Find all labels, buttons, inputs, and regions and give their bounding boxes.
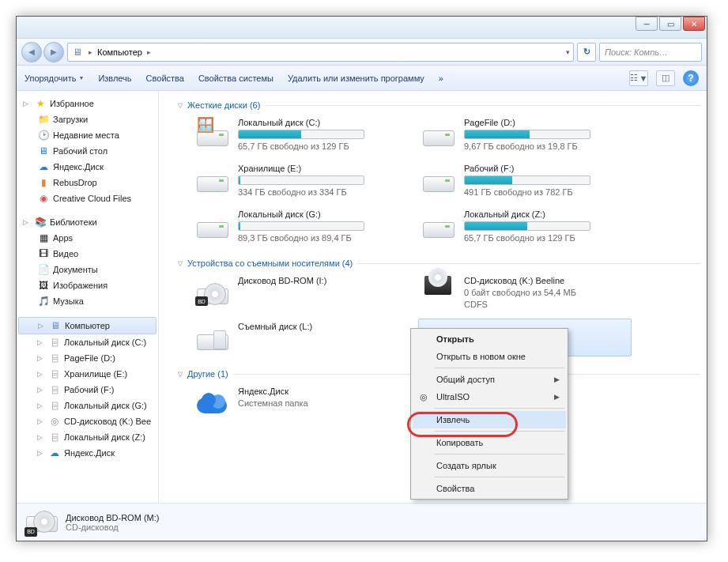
sidebar-item-documents[interactable]: 📄Документы xyxy=(17,262,158,277)
search-input[interactable]: Поиск: Компь… xyxy=(599,43,702,62)
drive-l[interactable]: Съемный диск (L:) xyxy=(192,319,405,356)
address-bar[interactable]: 🖥 ▸ Компьютер ▸ ▾ xyxy=(67,43,574,62)
drive-yadisk[interactable]: Яндекс.ДискСистемная папка xyxy=(192,383,405,420)
computer-icon: 🖥 xyxy=(49,319,62,332)
sidebar-item-pictures[interactable]: 🖼Изображения xyxy=(17,277,158,293)
ctx-open-new[interactable]: Открыть в новом окне xyxy=(413,348,566,365)
bd-badge-icon: BD xyxy=(195,296,208,306)
desktop-icon: 🖥 xyxy=(37,145,50,157)
status-bar: BD Дисковод BD-ROM (M:) CD-дисковод xyxy=(17,503,707,541)
nav-row: ◄ ► 🖥 ▸ Компьютер ▸ ▾ ↻ Поиск: Компь… xyxy=(17,39,707,66)
picture-icon: 🖼 xyxy=(37,279,50,292)
collapse-icon: ▽ xyxy=(178,371,183,378)
apps-icon: ▦ xyxy=(37,232,50,244)
cloud-icon: ☁ xyxy=(37,160,50,173)
breadcrumb[interactable]: Компьютер xyxy=(97,47,142,57)
sidebar-item-video[interactable]: 🎞Видео xyxy=(17,246,158,262)
status-drive-icon: BD xyxy=(25,508,56,537)
sidebar-drive-e[interactable]: ▷⌸Хранилище (E:) xyxy=(17,366,158,382)
drive-i[interactable]: BD Дисковод BD-ROM (I:) xyxy=(192,273,405,312)
drive-icon: ⌸ xyxy=(48,368,61,380)
video-icon: 🎞 xyxy=(37,247,50,260)
ctx-copy[interactable]: Копировать xyxy=(413,434,566,451)
drive-z[interactable]: Локальный диск (Z:)65,7 ГБ свободно из 1… xyxy=(418,206,632,246)
ctx-eject[interactable]: Извлечь xyxy=(413,411,566,428)
sidebar-item-recent[interactable]: 🕑Недавние места xyxy=(17,127,158,143)
ctx-ultraiso[interactable]: ◎UltraISO▶ xyxy=(413,388,566,405)
drive-e[interactable]: Хранилище (E:)334 ГБ свободно из 334 ГБ xyxy=(192,160,405,200)
cloud-icon: ☁ xyxy=(48,447,61,459)
status-type: CD-дисковод xyxy=(66,522,159,532)
collapse-icon: ▽ xyxy=(178,102,183,109)
chevron-right-icon: ▶ xyxy=(554,375,560,383)
sidebar-item-music[interactable]: 🎵Музыка xyxy=(17,293,158,309)
chevron-down-icon[interactable]: ▾ xyxy=(566,48,570,56)
collapse-icon: ▽ xyxy=(178,260,183,267)
sidebar-drive-g[interactable]: ▷⌸Локальный диск (G:) xyxy=(17,398,158,413)
drive-c[interactable]: 🪟 Локальный диск (C:)65,7 ГБ свободно из… xyxy=(192,115,405,154)
chevron-right-icon: ▸ xyxy=(89,48,92,56)
drive-icon: ⌸ xyxy=(48,336,61,349)
sidebar-drive-k[interactable]: ▷◎CD-дисковод (K:) Bee xyxy=(17,413,158,429)
more-button[interactable]: » xyxy=(439,74,443,83)
forward-button[interactable]: ► xyxy=(43,42,64,62)
sidebar-computer[interactable]: ▷🖥Компьютер xyxy=(18,317,157,334)
view-mode-button[interactable]: ☷▼ xyxy=(629,70,648,86)
properties-button[interactable]: Свойства xyxy=(146,74,184,83)
back-button[interactable]: ◄ xyxy=(21,42,42,62)
sidebar-drive-z[interactable]: ▷⌸Локальный диск (Z:) xyxy=(17,429,158,445)
sidebar-item-rebusdrop[interactable]: ▮RebusDrop xyxy=(17,175,158,190)
drive-icon: ⌸ xyxy=(48,431,61,443)
ctx-open[interactable]: Открыть xyxy=(413,330,566,348)
recent-icon: 🕑 xyxy=(37,129,50,141)
computer-icon: 🖥 xyxy=(71,46,84,58)
ctx-share[interactable]: Общий доступ▶ xyxy=(413,371,566,388)
sidebar: ▷★Избранное 📁Загрузки 🕑Недавние места 🖥Р… xyxy=(17,91,159,503)
uninstall-button[interactable]: Удалить или изменить программу xyxy=(288,74,424,83)
eject-button[interactable]: Извлечь xyxy=(98,74,131,83)
folder-icon: 📁 xyxy=(37,113,50,126)
folder-icon: ▮ xyxy=(37,176,50,189)
minimize-button[interactable]: ─ xyxy=(636,17,658,31)
sidebar-item-creative-cloud[interactable]: ◉Creative Cloud Files xyxy=(17,190,158,206)
toolbar: Упорядочить▼ Извлечь Свойства Свойства с… xyxy=(17,66,707,91)
ctx-properties[interactable]: Свойства xyxy=(413,480,566,497)
sidebar-drive-f[interactable]: ▷⌸Рабочий (F:) xyxy=(17,382,158,398)
drive-icon: ⌸ xyxy=(48,352,61,364)
preview-pane-button[interactable]: ◫ xyxy=(656,70,675,86)
sidebar-item-yadisk[interactable]: ☁Яндекс.Диск xyxy=(17,159,158,175)
sidebar-item-desktop[interactable]: 🖥Рабочий стол xyxy=(17,143,158,159)
drive-icon: ⌸ xyxy=(48,383,61,396)
drive-k[interactable]: CD-дисковод (K:) Beeline0 байт свободно … xyxy=(418,273,632,312)
system-properties-button[interactable]: Свойства системы xyxy=(198,74,273,83)
chevron-right-icon: ▸ xyxy=(147,48,151,56)
document-icon: 📄 xyxy=(37,263,50,276)
sidebar-item-downloads[interactable]: 📁Загрузки xyxy=(17,111,158,127)
sidebar-libraries[interactable]: ▷📚Библиотеки xyxy=(17,214,158,230)
creative-cloud-icon: ◉ xyxy=(37,192,50,205)
star-icon: ★ xyxy=(34,97,47,110)
sidebar-drive-d[interactable]: ▷⌸PageFile (D:) xyxy=(17,350,158,366)
help-icon[interactable]: ? xyxy=(683,70,699,86)
cd-icon: ◎ xyxy=(48,415,61,428)
sidebar-favorites[interactable]: ▷★Избранное xyxy=(17,96,158,111)
sidebar-drive-c[interactable]: ▷⌸Локальный диск (C:) xyxy=(17,334,158,350)
close-button[interactable]: ✕ xyxy=(683,17,705,31)
status-name: Дисковод BD-ROM (M:) xyxy=(66,513,159,522)
organize-button[interactable]: Упорядочить▼ xyxy=(25,74,84,83)
group-hdd[interactable]: ▽Жесткие диски (6) xyxy=(165,97,700,115)
maximize-button[interactable]: ▭ xyxy=(659,17,681,31)
drive-d[interactable]: PageFile (D:)9,67 ГБ свободно из 19,8 ГБ xyxy=(418,115,632,154)
music-icon: 🎵 xyxy=(37,295,50,307)
context-menu: Открыть Открыть в новом окне Общий досту… xyxy=(410,328,568,500)
ctx-shortcut[interactable]: Создать ярлык xyxy=(413,457,566,474)
sidebar-item-apps[interactable]: ▦Apps xyxy=(17,230,158,246)
drive-g[interactable]: Локальный диск (G:)89,3 ГБ свободно из 8… xyxy=(192,206,405,246)
drive-icon: ⌸ xyxy=(48,399,61,412)
drive-f[interactable]: Рабочий (F:)491 ГБ свободно из 782 ГБ xyxy=(418,160,632,200)
chevron-right-icon: ▶ xyxy=(554,393,560,401)
explorer-window: ─ ▭ ✕ ◄ ► 🖥 ▸ Компьютер ▸ ▾ ↻ Поиск: Ком… xyxy=(16,16,707,541)
refresh-button[interactable]: ↻ xyxy=(577,43,596,62)
ultraiso-icon: ◎ xyxy=(417,390,430,403)
sidebar-yadisk-drive[interactable]: ▷☁Яндекс.Диск xyxy=(17,445,158,461)
